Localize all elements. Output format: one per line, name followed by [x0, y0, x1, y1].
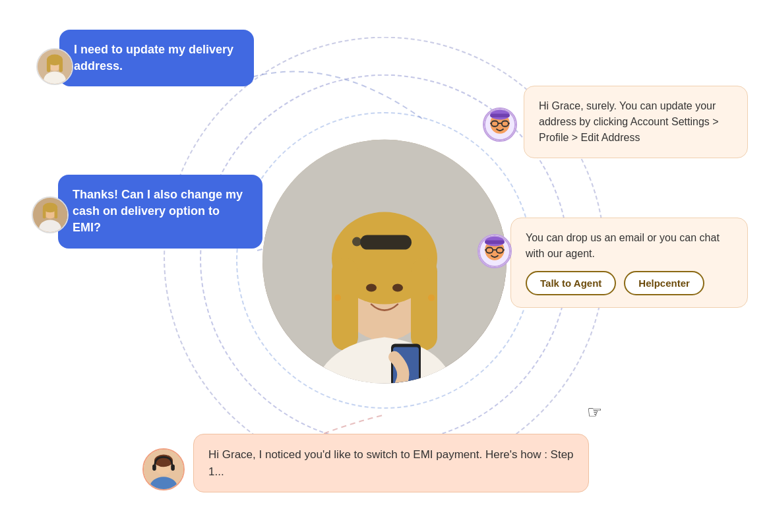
svg-rect-20	[59, 60, 63, 73]
action-buttons-container: Talk to Agent Helpcenter	[526, 271, 733, 295]
svg-rect-26	[55, 208, 58, 219]
svg-rect-5	[332, 258, 358, 350]
main-scene: I need to update my delivery address. Th…	[0, 0, 769, 532]
user-avatar-1	[36, 48, 73, 85]
svg-point-10	[392, 283, 403, 291]
user-bubble-1: I need to update my delivery address.	[59, 30, 254, 86]
svg-point-12	[428, 294, 435, 301]
bot-avatar-2	[477, 234, 512, 268]
svg-rect-35	[490, 113, 510, 117]
person-image	[262, 139, 507, 383]
helpcenter-button[interactable]: Helpcenter	[624, 271, 704, 295]
agent-bubble: Hi Grace, I noticed you'd like to switch…	[193, 434, 589, 492]
user-avatar-2	[32, 196, 69, 233]
bot-bubble-2: You can drop us an email or you can chat…	[510, 218, 748, 308]
agent-avatar	[142, 448, 185, 490]
svg-rect-44	[485, 240, 505, 244]
svg-point-11	[334, 294, 341, 301]
cursor-hand-icon: ☞	[587, 402, 602, 423]
talk-to-agent-button[interactable]: Talk to Agent	[526, 271, 616, 295]
user-bubble-2: Thanks! Can I also change my cash on del…	[58, 175, 262, 249]
svg-rect-8	[352, 237, 361, 246]
svg-rect-7	[360, 235, 412, 249]
bot-bubble-1: Hi Grace, surely. You can update your ad…	[524, 86, 748, 158]
svg-rect-19	[47, 60, 51, 73]
svg-rect-6	[411, 258, 437, 350]
agent-face	[144, 450, 183, 489]
svg-rect-25	[43, 208, 46, 219]
svg-point-9	[366, 283, 377, 291]
svg-rect-50	[171, 465, 175, 471]
center-person-circle	[262, 139, 507, 383]
bot-avatar-1	[483, 107, 517, 142]
svg-rect-49	[152, 465, 156, 471]
